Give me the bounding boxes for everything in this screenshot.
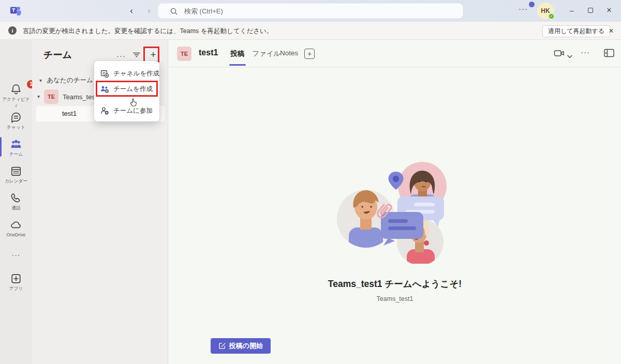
team-name: Teams_tes [63, 93, 95, 101]
highlight-box-create-team [96, 81, 158, 97]
rail-label: チャット [1, 125, 31, 131]
video-camera-icon [554, 49, 565, 58]
channel-view: TE test1 投稿 ファイル Notes + ··· [169, 40, 621, 364]
tab-posts[interactable]: 投稿 [230, 49, 244, 58]
team-row[interactable]: ▾TETeams_tes [37, 89, 95, 105]
tab-notes[interactable]: Notes [280, 49, 298, 57]
channel-header: TE test1 投稿 ファイル Notes + ··· [169, 40, 621, 67]
filter-icon [132, 50, 141, 59]
rail-item-onedrive[interactable]: OneDrive [0, 219, 32, 237]
apply-restart-button[interactable]: 適用して再起動する [542, 25, 610, 37]
toggle-pane-button[interactable] [603, 48, 615, 60]
rail-item-chat[interactable]: チャット [0, 111, 32, 131]
welcome-illustration [336, 160, 455, 264]
caret-down-icon: ▾ [39, 78, 42, 83]
window-close-button[interactable]: × [601, 5, 617, 17]
hand-cursor-icon [128, 96, 140, 108]
rail-item-teams[interactable]: チーム [0, 138, 32, 158]
create-channel-icon [100, 69, 109, 78]
rail-label: OneDrive [1, 232, 31, 237]
teams-logo-icon [9, 5, 22, 17]
start-post-label: 投稿の開始 [229, 342, 263, 350]
menu-item-create-channel[interactable]: チャネルを作成 [94, 67, 159, 80]
search-icon [170, 7, 178, 16]
meet-dropdown-button[interactable] [567, 51, 572, 60]
highlight-box-plus [143, 47, 159, 63]
search-bar[interactable] [158, 3, 463, 19]
app-rail: 1 アクティビティ チャット チーム カレンダー 通話 [0, 40, 32, 364]
nav-back-button[interactable]: ‹ [125, 5, 138, 17]
chat-icon [0, 111, 32, 124]
titlebar-more-button[interactable]: ··· [519, 4, 528, 13]
teams-options-button[interactable]: ··· [116, 51, 126, 60]
chevron-right-icon: › [147, 6, 151, 16]
your-teams-label: あなたのチーム [47, 77, 93, 84]
banner-message: 言語の変更が検出されました。変更を確認するには、Teams を再起動してください… [23, 27, 273, 36]
welcome-title: Teams_test1 チームへようこそ! [169, 278, 621, 290]
rail-label: カレンダー [1, 178, 31, 185]
caret-down-icon: ▾ [37, 94, 40, 99]
phone-icon [0, 192, 32, 204]
more-icon: ··· [12, 251, 21, 259]
minimize-button[interactable]: – [564, 5, 580, 17]
team-avatar: TE [44, 89, 58, 104]
tab-files[interactable]: ファイル [252, 49, 280, 58]
info-icon: i [8, 26, 17, 35]
join-team-icon [100, 106, 109, 115]
nav-forward-button[interactable]: › [143, 5, 155, 17]
rail-item-activity[interactable]: 1 アクティビティ [0, 83, 32, 110]
menu-item-label: チャネルを作成 [113, 67, 159, 80]
create-team-menu: チャネルを作成 チームを作成 チームに参加 [94, 61, 159, 122]
more-icon: ··· [519, 4, 528, 13]
notification-dot [529, 2, 535, 7]
rail-item-calendar[interactable]: カレンダー [0, 165, 32, 185]
maximize-button[interactable] [583, 5, 598, 17]
maximize-icon [588, 8, 593, 13]
channel-title: test1 [199, 48, 218, 57]
more-icon: ··· [116, 51, 126, 60]
rail-label: アクティビティ [1, 97, 31, 109]
chevron-down-icon [567, 55, 572, 58]
apps-icon [0, 272, 32, 285]
rail-label: アプリ [1, 286, 31, 292]
menu-item-join-team[interactable]: チームに参加 [94, 104, 159, 117]
calendar-icon [0, 165, 32, 177]
welcome-subtitle: Teams_test1 [169, 295, 621, 302]
compose-icon [218, 342, 226, 350]
restart-banner: i 言語の変更が検出されました。変更を確認するには、Teams を再起動してくだ… [0, 22, 621, 40]
add-tab-button[interactable]: + [304, 49, 315, 59]
title-bar: ‹ › ··· HK ✓ – × [0, 0, 621, 22]
start-post-button[interactable]: 投稿の開始 [211, 338, 271, 354]
rail-more-button[interactable]: ··· [0, 251, 32, 259]
cloud-icon [0, 219, 32, 231]
rail-label: 通話 [1, 205, 31, 211]
filter-button[interactable] [132, 50, 141, 61]
teams-icon [0, 138, 32, 150]
rail-item-calls[interactable]: 通話 [0, 192, 32, 211]
more-icon: ··· [581, 48, 590, 56]
search-input[interactable] [183, 4, 452, 18]
channel-name: test1 [62, 110, 77, 117]
chevron-left-icon: ‹ [130, 6, 133, 16]
rail-item-apps[interactable]: アプリ [0, 272, 32, 292]
panel-title: チーム [43, 49, 72, 61]
banner-close-button[interactable]: × [605, 25, 617, 37]
presence-available-icon: ✓ [548, 13, 555, 20]
collapse-pane-icon [603, 48, 615, 58]
meet-button[interactable] [554, 49, 565, 60]
bell-icon: 1 [10, 83, 22, 96]
teams-window: ‹ › ··· HK ✓ – × i 言語の変更が検出されました。変更を確認する… [0, 0, 621, 364]
rail-label: チーム [1, 151, 31, 158]
your-teams-section[interactable]: ▾ あなたのチーム [39, 76, 93, 85]
team-avatar[interactable]: TE [177, 47, 191, 61]
active-tab-underline [229, 64, 246, 66]
channel-more-button[interactable]: ··· [581, 48, 590, 56]
